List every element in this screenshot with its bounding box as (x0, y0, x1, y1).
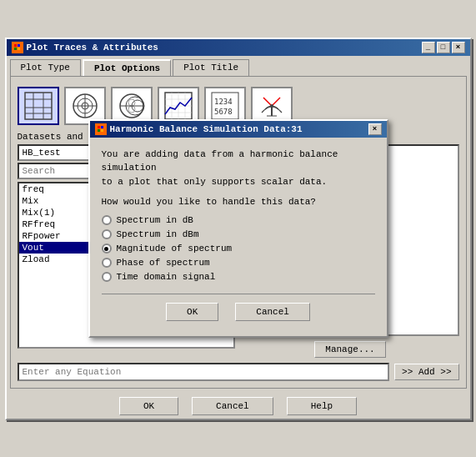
radio-spectrum-dbm[interactable]: Spectrum in dBm (102, 229, 375, 239)
dialog-title-bar: Harmonic Balance Simulation Data:31 × (90, 121, 387, 138)
dialog-question: How would you like to handle this data? (102, 197, 375, 207)
radio-btn-phase[interactable] (102, 258, 112, 268)
dialog-content: You are adding data from a harmonic bala… (90, 138, 387, 337)
dialog-divider (102, 294, 375, 294)
radio-btn-spectrum-dbm[interactable] (102, 229, 112, 239)
radio-spectrum-db[interactable]: Spectrum in dB (102, 215, 375, 225)
dialog-app-icon (95, 123, 107, 135)
radio-phase[interactable]: Phase of spectrum (102, 258, 375, 268)
dialog-overlay: Harmonic Balance Simulation Data:31 × Yo… (0, 0, 476, 457)
dialog-ok-button[interactable]: OK (166, 303, 218, 321)
svg-rect-36 (98, 126, 100, 128)
dialog-buttons: OK Cancel (102, 303, 375, 326)
svg-rect-37 (101, 126, 103, 128)
radio-group: Spectrum in dB Spectrum in dBm Magnitude… (102, 215, 375, 282)
radio-btn-spectrum-db[interactable] (102, 215, 112, 225)
radio-btn-time-domain[interactable] (102, 272, 112, 282)
dialog-close-button[interactable]: × (368, 123, 382, 135)
harmonic-balance-dialog: Harmonic Balance Simulation Data:31 × Yo… (88, 119, 388, 339)
radio-magnitude[interactable]: Magnitude of spectrum (102, 244, 375, 254)
svg-rect-38 (98, 129, 100, 132)
dialog-title-text: Harmonic Balance Simulation Data:31 (110, 124, 303, 134)
radio-time-domain[interactable]: Time domain signal (102, 272, 375, 282)
radio-btn-magnitude[interactable] (102, 244, 112, 254)
svg-rect-39 (101, 129, 103, 132)
dialog-cancel-button[interactable]: Cancel (235, 303, 310, 321)
dialog-description: You are adding data from a harmonic bala… (102, 148, 375, 189)
